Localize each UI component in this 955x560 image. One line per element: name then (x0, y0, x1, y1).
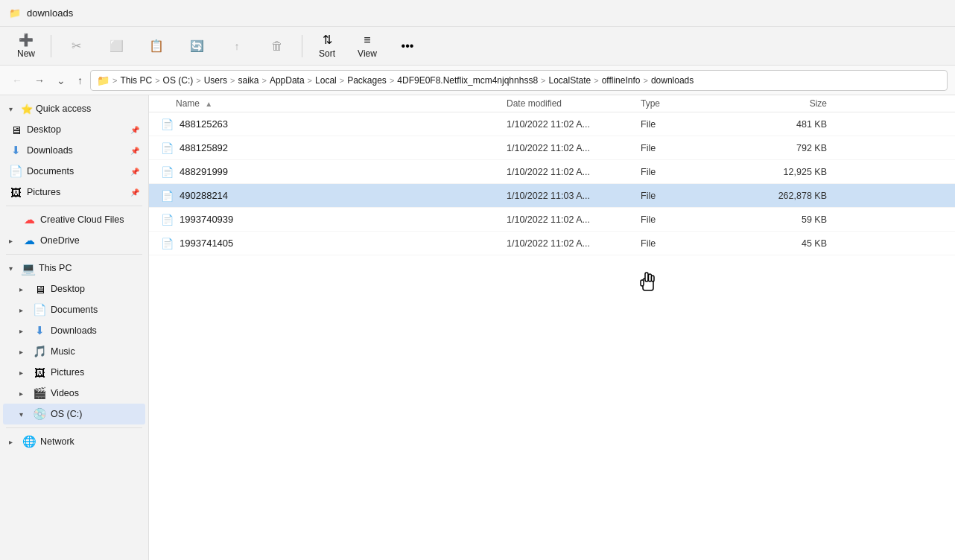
col-header-size[interactable]: Size (745, 98, 842, 109)
file-icon-488291999: 📄 (161, 166, 174, 178)
forward-button[interactable]: → (30, 72, 49, 89)
paste-icon: 📋 (149, 39, 164, 53)
downloads-qa-icon: ⬇ (9, 144, 22, 157)
new-label: New (17, 48, 35, 59)
file-row-1993740939[interactable]: 📄 1993740939 1/10/2022 11:02 A... File 5… (149, 208, 955, 232)
more-icon: ••• (402, 39, 414, 53)
this-pc-icon: 💻 (21, 261, 36, 276)
share-icon: ↑ (235, 40, 240, 52)
cut-icon: ✂ (72, 39, 81, 53)
sidebar-item-music-pc[interactable]: ▸ 🎵 Music (3, 341, 145, 362)
delete-icon: 🗑 (271, 39, 283, 53)
videos-pc-label: Videos (51, 388, 139, 398)
file-pane: Name ▲ Date modified Type Size 📄 4881252… (149, 95, 955, 560)
recent-button[interactable]: ⌄ (52, 72, 70, 89)
path-thispc: This PC (120, 75, 152, 86)
sidebar-item-downloads-qa[interactable]: ⬇ Downloads 📌 (3, 140, 145, 161)
path-localstate: LocalState (549, 75, 591, 86)
creative-cloud-icon: ☁ (22, 213, 36, 226)
sidebar-item-onedrive[interactable]: ▸ ☁ OneDrive (3, 230, 145, 251)
downloads-pc-icon: ⬇ (33, 324, 46, 337)
back-button[interactable]: ← (7, 72, 27, 89)
sidebar-item-videos-pc[interactable]: ▸ 🎬 Videos (3, 383, 145, 404)
music-pc-icon: 🎵 (33, 345, 46, 358)
view-button[interactable]: ≡ View (349, 31, 386, 62)
file-icon-1993741405: 📄 (161, 238, 174, 249)
col-header-name[interactable]: Name ▲ (149, 98, 507, 109)
file-list-header: Name ▲ Date modified Type Size (149, 95, 955, 112)
sidebar-item-documents-qa[interactable]: 📄 Documents 📌 (3, 161, 145, 182)
quick-access-label: Quick access (36, 104, 91, 114)
videos-pc-chevron: ▸ (19, 389, 28, 398)
sidebar-item-osc-pc[interactable]: ▾ 💿 OS (C:) (3, 404, 145, 424)
file-row-488125892[interactable]: 📄 488125892 1/10/2022 11:02 A... File 79… (149, 136, 955, 160)
file-row-490288214[interactable]: 📄 490288214 1/10/2022 11:03 A... File 26… (149, 184, 955, 208)
path-appdata: AppData (270, 75, 305, 86)
col-header-date[interactable]: Date modified (507, 98, 641, 109)
rename-icon: 🔄 (190, 39, 204, 53)
downloads-pin-icon: 📌 (130, 147, 139, 155)
quick-access-chevron: ▾ (9, 105, 18, 113)
cut-button[interactable]: ✂ (57, 36, 95, 56)
desktop-pc-icon: 🖥 (33, 283, 46, 296)
path-local: Local (315, 75, 337, 86)
downloads-pc-chevron: ▸ (19, 327, 28, 335)
file-size-1993740939: 59 KB (745, 214, 842, 225)
osc-pc-label: OS (C:) (51, 409, 139, 419)
sidebar-item-documents-pc[interactable]: ▸ 📄 Documents (3, 299, 145, 320)
up-button[interactable]: ↑ (73, 72, 87, 89)
videos-pc-icon: 🎬 (33, 386, 46, 400)
desktop-qa-icon: 🖥 (9, 124, 22, 136)
more-button[interactable]: ••• (389, 36, 426, 56)
file-type-488125892: File (641, 143, 745, 153)
file-row-1993741405[interactable]: 📄 1993741405 1/10/2022 11:02 A... File 4… (149, 232, 955, 255)
file-date-1993740939: 1/10/2022 11:02 A... (507, 214, 641, 225)
sidebar-item-desktop-qa[interactable]: 🖥 Desktop 📌 (3, 119, 145, 140)
quick-access-group[interactable]: ▾ ⭐ Quick access (3, 98, 145, 119)
creative-cloud-label: Creative Cloud Files (40, 214, 139, 225)
file-date-488291999: 1/10/2022 11:02 A... (507, 167, 641, 177)
sidebar-item-downloads-pc[interactable]: ▸ ⬇ Downloads (3, 320, 145, 341)
file-name-1993740939: 📄 1993740939 (149, 214, 507, 226)
file-date-1993741405: 1/10/2022 11:02 A... (507, 238, 641, 249)
sidebar-item-desktop-pc[interactable]: ▸ 🖥 Desktop (3, 279, 145, 299)
documents-qa-icon: 📄 (9, 165, 22, 178)
file-row-488291999[interactable]: 📄 488291999 1/10/2022 11:02 A... File 12… (149, 160, 955, 184)
file-row-488125263[interactable]: 📄 488125263 1/10/2022 11:02 A... File 48… (149, 112, 955, 136)
osc-chevron: ▾ (19, 410, 28, 419)
sidebar-divider-2 (6, 254, 142, 255)
new-button[interactable]: ➕ New (7, 30, 45, 62)
address-path[interactable]: 📁 > This PC > OS (C:) > Users > saika > … (90, 70, 948, 91)
sidebar-item-creative-cloud[interactable]: ☁ Creative Cloud Files (3, 209, 145, 230)
rename-button[interactable]: 🔄 (178, 36, 215, 56)
desktop-pin-icon: 📌 (130, 126, 139, 134)
copy-button[interactable]: ⬜ (98, 36, 135, 56)
share-button[interactable]: ↑ (218, 37, 256, 55)
file-type-1993741405: File (641, 238, 745, 249)
sidebar-item-pictures-qa[interactable]: 🖼 Pictures 📌 (3, 182, 145, 203)
downloads-pc-label: Downloads (51, 325, 139, 336)
sidebar-divider-3 (6, 427, 142, 428)
file-icon-488125892: 📄 (161, 142, 174, 154)
toolbar-separator-1 (51, 35, 51, 57)
path-saika: saika (238, 75, 258, 86)
file-type-488291999: File (641, 167, 745, 177)
toolbar-separator-2 (302, 35, 302, 57)
network-chevron: ▸ (9, 438, 18, 446)
sort-label: Sort (319, 48, 335, 59)
delete-button[interactable]: 🗑 (258, 36, 296, 56)
col-header-type[interactable]: Type (641, 98, 745, 109)
sort-button[interactable]: ⇅ Sort (308, 30, 346, 62)
music-pc-label: Music (51, 346, 139, 357)
toolbar: ➕ New ✂ ⬜ 📋 🔄 ↑ 🗑 ⇅ Sort ≡ View ••• (0, 27, 955, 66)
pictures-pc-chevron: ▸ (19, 369, 28, 377)
this-pc-group[interactable]: ▾ 💻 This PC (3, 258, 145, 279)
sidebar-item-network[interactable]: ▸ 🌐 Network (3, 431, 145, 452)
sidebar-item-pictures-pc[interactable]: ▸ 🖼 Pictures (3, 362, 145, 383)
onedrive-icon: ☁ (22, 234, 36, 247)
paste-button[interactable]: 📋 (138, 36, 175, 56)
file-name-488125263: 📄 488125263 (149, 118, 507, 130)
desktop-pc-chevron: ▸ (19, 285, 28, 293)
file-size-488125263: 481 KB (745, 119, 842, 130)
music-pc-chevron: ▸ (19, 348, 28, 356)
